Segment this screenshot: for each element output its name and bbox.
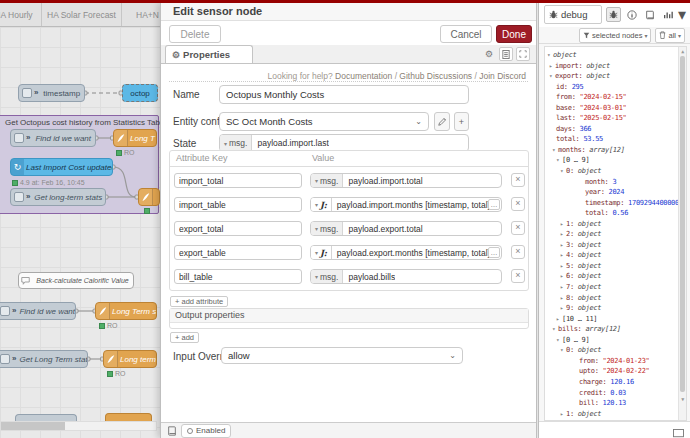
attribute-key-input[interactable]: [174, 197, 302, 212]
node-label: Long term: [118, 355, 157, 364]
attribute-value-typed-input[interactable]: ▾ J: payload.export.months [timestamp, t…: [310, 245, 502, 260]
inject-node-find-id-1[interactable]: » Find id we want: [10, 129, 96, 147]
filter-nodes-button[interactable]: selected nodes ▾: [579, 28, 651, 43]
flow-tab[interactable]: HA Hourly: [0, 3, 42, 26]
function-node-long-term-3[interactable]: Long term: [103, 350, 157, 368]
attribute-key-input[interactable]: [174, 173, 302, 188]
type-select[interactable]: ▾ msg.: [220, 135, 252, 151]
input-override-select[interactable]: allow⌄: [221, 347, 463, 364]
join-discord-link[interactable]: Join Discord: [479, 71, 526, 81]
cancel-button[interactable]: Cancel: [440, 25, 492, 43]
debug-tree-line[interactable]: ▸1: object: [547, 409, 678, 420]
debug-tree-line[interactable]: ▸9: object: [547, 303, 678, 314]
attribute-value-typed-input[interactable]: ▾ msg. payload.bills: [310, 269, 502, 284]
debug-tree-line[interactable]: ▸7: object: [547, 282, 678, 293]
type-select[interactable]: ▾ J:: [311, 198, 332, 211]
add-entity-button[interactable]: +: [454, 112, 469, 131]
remove-row-button[interactable]: ×: [511, 173, 525, 187]
flow-tab[interactable]: HA Solar Forecast: [42, 3, 122, 26]
flow-tab[interactable]: HA+N: [122, 3, 160, 26]
debug-tree-line[interactable]: ▸8: object: [547, 293, 678, 304]
debug-tree-line[interactable]: ▸3: object: [547, 240, 678, 251]
debug-tree-line[interactable]: ▸5: object: [547, 261, 678, 272]
debug-tree-line[interactable]: ▾[0 … 9]: [547, 335, 678, 346]
ha-node-last-import-cost[interactable]: ↻ Last Import Cost updated: [10, 158, 113, 176]
type-select[interactable]: ▾ msg.: [311, 174, 343, 187]
docs-icon-button[interactable]: [167, 426, 177, 436]
debug-tree-line[interactable]: ▸[10 … 11]: [547, 314, 678, 325]
done-button[interactable]: Done: [496, 25, 532, 43]
add-output-property-button[interactable]: + add: [170, 332, 199, 343]
help-book-icon-button[interactable]: [642, 7, 657, 22]
function-node-partial[interactable]: [138, 188, 160, 206]
type-select[interactable]: ▾ msg.: [311, 270, 343, 283]
remove-row-button[interactable]: ×: [511, 245, 525, 259]
debug-tree-line[interactable]: ▸4: object: [547, 250, 678, 261]
chart-icon-button[interactable]: [660, 7, 675, 22]
debug-tree-line[interactable]: ▾0: object: [547, 166, 678, 177]
function-node-long-term-2[interactable]: Long Term st: [95, 302, 157, 320]
vertical-scrollbar[interactable]: ▲ ▼: [678, 47, 686, 420]
attribute-value-typed-input[interactable]: ▾ msg. payload.import.total: [310, 173, 502, 188]
inject-button[interactable]: [0, 306, 10, 316]
remove-row-button[interactable]: ×: [511, 269, 525, 283]
debug-tree-line[interactable]: ▾[0 … 9]: [547, 155, 678, 166]
debug-tree-line[interactable]: ▾export: object: [547, 71, 678, 82]
attribute-key-input[interactable]: [174, 221, 302, 236]
attribute-key-input[interactable]: [174, 245, 302, 260]
debug-tree-line[interactable]: ▸6: object: [547, 271, 678, 282]
scrollbar-thumb[interactable]: [680, 56, 685, 392]
debug-tree-line[interactable]: ▾months: array[12]: [547, 145, 678, 156]
attribute-value-typed-input[interactable]: ▾ msg. payload.export.total: [310, 221, 502, 236]
edit-entity-button[interactable]: [434, 112, 450, 131]
open-window-icon[interactable]: [673, 425, 684, 438]
inject-node-timestamp[interactable]: » timestamp: [18, 84, 85, 102]
attribute-key-input[interactable]: [174, 269, 302, 284]
function-node-long-term-1[interactable]: Long T: [113, 129, 157, 147]
attribute-value-typed-input[interactable]: ▾ J: payload.import.months [timestamp, t…: [310, 197, 502, 212]
debug-tree-line[interactable]: ▾object: [547, 50, 678, 61]
expand-expression-button[interactable]: …: [488, 199, 500, 210]
expand-expression-button[interactable]: …: [488, 247, 500, 258]
delete-button[interactable]: Delete: [169, 25, 221, 43]
type-select[interactable]: ▾ msg.: [311, 222, 343, 235]
bug-icon-button[interactable]: [606, 7, 621, 22]
scrollbar-thumb[interactable]: [1, 422, 65, 430]
comment-node[interactable]: Back-calculate Calorific Value: [18, 272, 134, 289]
inject-button[interactable]: [14, 192, 24, 202]
tab-debug[interactable]: debug: [544, 5, 602, 24]
github-discussions-link[interactable]: Github Discussions: [399, 71, 472, 81]
info-icon-button[interactable]: [624, 7, 639, 22]
debug-tree-line[interactable]: ▾0: object: [547, 345, 678, 356]
debug-tree-line[interactable]: ▸import: object: [547, 61, 678, 72]
scroll-down-icon[interactable]: ▼: [679, 396, 686, 402]
debug-tree-line[interactable]: ▸1: object: [547, 219, 678, 230]
remove-row-button[interactable]: ×: [511, 221, 525, 235]
flow-canvas[interactable]: Get Octopus cost history from Statistics…: [0, 27, 160, 438]
inject-node-get-long-term-1[interactable]: » Get long-term stats: [10, 188, 106, 206]
clear-messages-button[interactable]: all ▾: [655, 28, 685, 43]
debug-tree-line[interactable]: ▾bills: array[12]: [547, 324, 678, 335]
description-icon-button[interactable]: [499, 47, 513, 61]
node-red-editor: HA HourlyHA Solar ForecastHA+N Get Octop…: [0, 0, 690, 438]
type-select[interactable]: ▾ J:: [311, 246, 332, 259]
horizontal-scrollbar[interactable]: [0, 421, 157, 431]
inject-button[interactable]: [22, 88, 32, 98]
sensor-node-octopus[interactable]: octop: [122, 84, 158, 102]
remove-row-button[interactable]: ×: [511, 197, 525, 211]
add-attribute-button[interactable]: + add attribute: [170, 296, 228, 307]
debug-tree-line[interactable]: ▸2: object: [547, 229, 678, 240]
gear-icon-button[interactable]: ⚙: [482, 47, 496, 61]
tab-properties[interactable]: ⚙ Properties: [165, 45, 253, 63]
chevron-down-icon[interactable]: ▾: [678, 7, 686, 22]
inject-node-get-long-term-2[interactable]: » Get Long Term stats: [0, 350, 88, 368]
documentation-link[interactable]: Documentation: [335, 71, 392, 81]
inject-button[interactable]: [14, 133, 24, 143]
entity-config-select[interactable]: SC Oct Month Costs⌄: [219, 112, 429, 131]
scroll-up-icon[interactable]: ▲: [679, 48, 686, 54]
inject-button[interactable]: [0, 354, 10, 364]
expand-icon-button[interactable]: [516, 47, 530, 61]
name-input[interactable]: [219, 85, 469, 104]
enabled-toggle[interactable]: Enabled: [181, 424, 231, 438]
inject-node-find-id-2[interactable]: » Find id we want: [0, 302, 76, 320]
